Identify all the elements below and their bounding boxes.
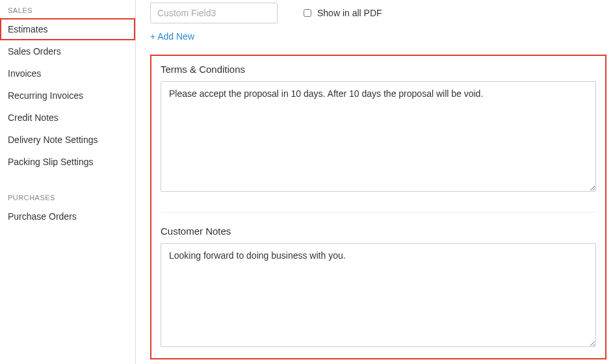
add-new-button[interactable]: + Add New	[150, 31, 194, 42]
sidebar-section-sales: SALES	[0, 3, 135, 18]
sidebar-item-label: Recurring Invoices	[8, 90, 83, 101]
show-in-all-pdf-label: Show in all PDF	[317, 8, 382, 18]
sidebar-item-credit-notes[interactable]: Credit Notes	[0, 107, 135, 129]
sidebar-item-label: Credit Notes	[8, 112, 59, 123]
sidebar-item-invoices[interactable]: Invoices	[0, 62, 135, 84]
divider	[161, 212, 596, 213]
sidebar-item-label: Invoices	[8, 68, 41, 79]
plus-icon: +	[150, 32, 155, 41]
sidebar-item-label: Estimates	[8, 24, 47, 34]
highlight-box: Terms & Conditions Customer Notes	[150, 55, 606, 359]
add-new-label: Add New	[157, 31, 194, 42]
terms-label: Terms & Conditions	[161, 64, 596, 75]
sidebar-item-purchase-orders[interactable]: Purchase Orders	[0, 205, 135, 228]
sidebar-section-purchases: PURCHASES	[0, 190, 135, 205]
sidebar-item-estimates[interactable]: Estimates	[0, 18, 135, 40]
show-in-all-pdf-wrap[interactable]: Show in all PDF	[301, 7, 382, 19]
notes-block: Customer Notes	[161, 226, 596, 349]
sidebar-item-label: Delivery Note Settings	[8, 135, 98, 145]
sidebar-item-label: Packing Slip Settings	[8, 157, 94, 167]
terms-block: Terms & Conditions	[161, 64, 596, 194]
notes-textarea[interactable]	[161, 243, 596, 347]
sidebar-item-sales-orders[interactable]: Sales Orders	[0, 40, 135, 62]
sidebar: SALES Estimates Sales Orders Invoices Re…	[0, 0, 136, 364]
sidebar-item-delivery-note-settings[interactable]: Delivery Note Settings	[0, 129, 135, 151]
sidebar-item-label: Purchase Orders	[8, 211, 77, 222]
main-content: Show in all PDF + Add New Terms & Condit…	[136, 0, 613, 364]
terms-textarea[interactable]	[161, 81, 596, 192]
sidebar-item-label: Sales Orders	[8, 46, 61, 57]
notes-label: Customer Notes	[161, 226, 596, 237]
sidebar-item-packing-slip-settings[interactable]: Packing Slip Settings	[0, 151, 135, 173]
custom-field-input[interactable]	[150, 3, 278, 23]
show-in-all-pdf-checkbox[interactable]	[304, 9, 311, 17]
sidebar-item-recurring-invoices[interactable]: Recurring Invoices	[0, 84, 135, 107]
custom-field-row: Show in all PDF	[150, 3, 606, 23]
